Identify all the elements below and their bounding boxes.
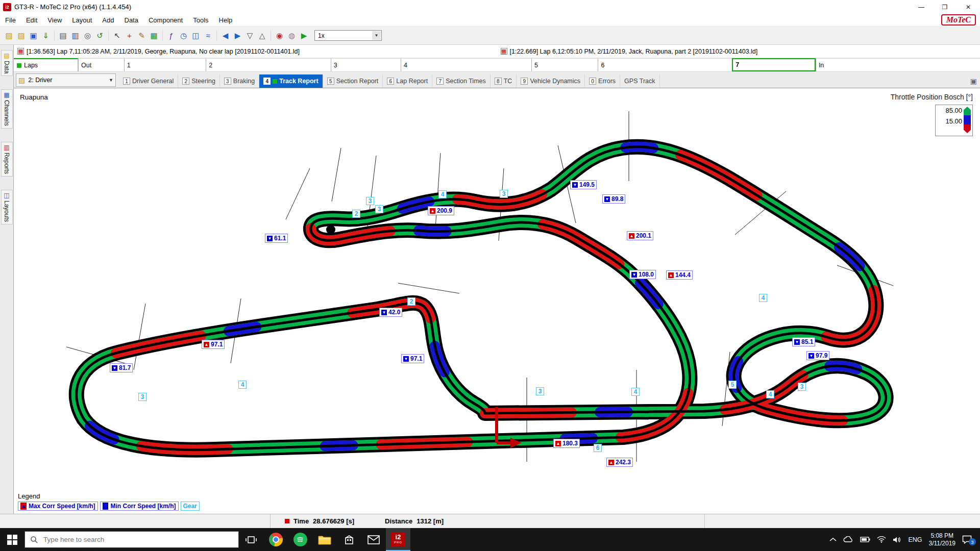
taskbar-search[interactable] xyxy=(24,531,239,548)
tab-section-report[interactable]: 5Section Report xyxy=(323,74,383,88)
excel-export-icon[interactable]: ▦ xyxy=(148,30,160,41)
waveform-icon[interactable]: ≈ xyxy=(202,30,214,41)
find-icon[interactable]: ◉ xyxy=(274,30,285,41)
find-next-icon[interactable]: ◍ xyxy=(286,30,298,41)
lap-segment-7[interactable]: 7 xyxy=(732,58,816,71)
search-input[interactable] xyxy=(42,535,216,544)
speed-label-max: ▲97.1 xyxy=(202,340,225,349)
menu-add[interactable]: Add xyxy=(97,16,119,24)
title-bar: i2 GT3-R - MoTeC i2 Pro (x64) (1.1.4.454… xyxy=(0,0,980,14)
tab-badge: 0 xyxy=(589,78,596,85)
worksheet-tab-bar: ▨ 2: Driver ▼ 1Driver General2Steering3B… xyxy=(14,72,980,88)
cursor-color-icon xyxy=(285,519,289,523)
maximize-button[interactable]: ❐ xyxy=(933,0,957,14)
spotify-button[interactable] xyxy=(288,528,312,551)
clock-time: 5:08 PM xyxy=(929,532,956,540)
menu-layout[interactable]: Layout xyxy=(67,16,97,24)
sidebar-item-data[interactable]: ▤Data xyxy=(1,50,13,76)
worksheet-group-select[interactable]: ▨ 2: Driver ▼ xyxy=(16,73,116,87)
status-bar: Time 28.676629 [s] Distance 1312 [m] xyxy=(0,514,980,528)
onedrive-cloud-icon[interactable] xyxy=(843,536,853,543)
tab-braking[interactable]: 3Braking xyxy=(220,74,259,88)
tab-driver-general[interactable]: 1Driver General xyxy=(119,74,178,88)
sidebar-item-reports[interactable]: ▥Reports xyxy=(1,142,13,177)
tray-expand-icon[interactable] xyxy=(829,537,837,542)
microsoft-store-button[interactable] xyxy=(337,528,361,551)
close-button[interactable]: ✕ xyxy=(957,0,980,14)
time-display-icon[interactable]: ◷ xyxy=(178,30,189,41)
open-layout-icon[interactable]: ▨ xyxy=(3,30,15,41)
clock[interactable]: 5:08 PM 3/11/2019 xyxy=(929,532,956,547)
menu-view[interactable]: View xyxy=(42,16,67,24)
crosshair-icon[interactable]: + xyxy=(124,30,135,41)
filter-icon[interactable]: ▽ xyxy=(244,30,256,41)
edit-icon[interactable]: ✎ xyxy=(136,30,148,41)
windows-logo-icon xyxy=(7,535,17,545)
open-file-icon[interactable]: ▧ xyxy=(15,30,27,41)
max-speed-icon: ▲ xyxy=(668,272,674,278)
prev-lap-icon[interactable]: ◀ xyxy=(219,30,231,41)
lap-segment-4[interactable]: 4 xyxy=(401,58,531,71)
minimize-button[interactable]: — xyxy=(910,0,933,14)
tab-steering[interactable]: 2Steering xyxy=(178,74,220,88)
scale-high-swatch xyxy=(964,107,971,115)
sidebar-item-channels[interactable]: ▦Channels xyxy=(1,89,13,129)
print-preview-icon[interactable]: ▥ xyxy=(69,30,81,41)
lap-segment-in[interactable]: In xyxy=(816,58,980,71)
lap-segment-6[interactable]: 6 xyxy=(598,58,732,71)
lap-segment-2[interactable]: 2 xyxy=(206,58,330,71)
sidebar-item-layouts[interactable]: ◫Layouts xyxy=(1,190,13,224)
start-button[interactable] xyxy=(0,528,24,551)
play-icon[interactable]: ▶ xyxy=(298,30,310,41)
chrome-button[interactable] xyxy=(263,528,288,551)
tab-section-times[interactable]: 7Section Times xyxy=(432,74,491,88)
zoom-icon[interactable]: ◎ xyxy=(82,30,93,41)
task-view-button[interactable] xyxy=(239,528,263,551)
volume-icon[interactable] xyxy=(893,536,901,543)
lap-segment-5[interactable]: 5 xyxy=(531,58,598,71)
menu-tools[interactable]: Tools xyxy=(188,16,213,24)
channels-icon: ▦ xyxy=(4,92,9,98)
tab-lap-report[interactable]: 6Lap Report xyxy=(383,74,432,88)
maths-icon[interactable]: ƒ xyxy=(165,30,177,41)
battery-icon[interactable] xyxy=(860,537,870,542)
gear-label: 5 xyxy=(728,381,737,389)
print-icon[interactable]: ▤ xyxy=(57,30,69,41)
menu-help[interactable]: Help xyxy=(214,16,238,24)
tab-vehicle-dynamics[interactable]: 9Vehicle Dynamics xyxy=(517,74,585,88)
tab-badge: 4 xyxy=(263,78,271,85)
export-data-icon[interactable]: ⇓ xyxy=(40,30,52,41)
language-indicator[interactable]: ENG xyxy=(908,536,922,543)
scale-high-value: 85.00 xyxy=(936,105,962,116)
menu-file[interactable]: File xyxy=(0,16,21,24)
lap-segment-out[interactable]: Out xyxy=(78,58,124,71)
overlay-icon[interactable]: ◫ xyxy=(190,30,202,41)
mail-button[interactable] xyxy=(361,528,386,551)
undo-icon[interactable]: ↺ xyxy=(94,30,106,41)
menu-component[interactable]: Component xyxy=(143,16,188,24)
wifi-icon[interactable] xyxy=(877,536,886,543)
menu-data[interactable]: Data xyxy=(119,16,143,24)
toolbar: ▨▧▣⇓▤▥◎↺↖+✎▦ƒ◷◫≈◀▶▽△◉◍▶ 1x ▼ xyxy=(0,27,980,45)
menu-bar: FileEditViewLayoutAddDataComponentToolsH… xyxy=(0,14,980,27)
map-legend: Legend ▲ Max Corr Speed [km/h] ▼ Min Cor… xyxy=(18,492,200,511)
motec-i2-button[interactable]: i2PRO xyxy=(386,528,410,551)
speed-label-min: ▼97.9 xyxy=(806,351,829,360)
tab-errors[interactable]: 0Errors xyxy=(585,74,620,88)
playback-speed-value: 1x xyxy=(318,32,325,39)
pointer-icon[interactable]: ↖ xyxy=(111,30,123,41)
next-lap-icon[interactable]: ▶ xyxy=(232,30,243,41)
filter-small-icon[interactable]: △ xyxy=(256,30,268,41)
worksheet-options-icon[interactable]: ▣ xyxy=(970,77,977,85)
save-icon[interactable]: ▣ xyxy=(28,30,39,41)
playback-speed-select[interactable]: 1x ▼ xyxy=(314,30,382,41)
tab-track-report[interactable]: 4Track Report xyxy=(259,74,323,88)
action-center-button[interactable]: 3 xyxy=(962,535,975,544)
menu-edit[interactable]: Edit xyxy=(21,16,42,24)
track-map xyxy=(14,88,980,514)
lap-segment-1[interactable]: 1 xyxy=(124,58,206,71)
tab-tc[interactable]: 8TC xyxy=(491,74,517,88)
file-explorer-button[interactable] xyxy=(312,528,337,551)
tab-gps-track[interactable]: GPS Track xyxy=(620,74,659,88)
lap-segment-3[interactable]: 3 xyxy=(331,58,401,71)
